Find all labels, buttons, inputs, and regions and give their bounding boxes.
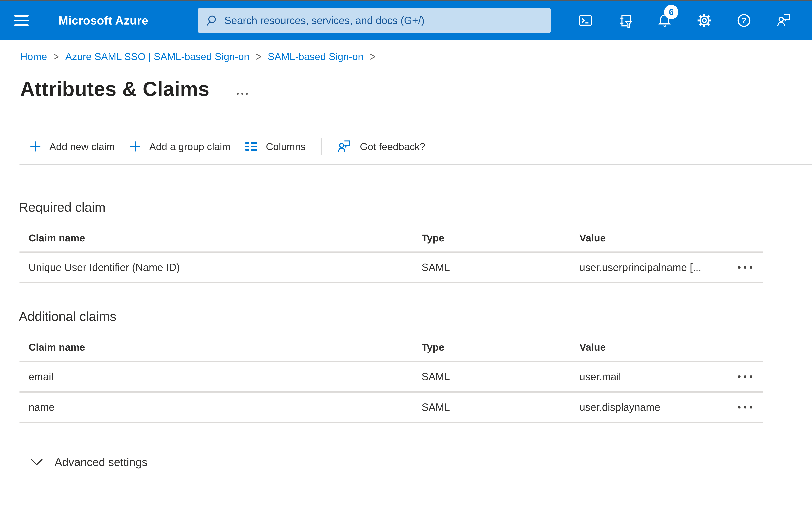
column-header-claim-name: Claim name	[29, 232, 422, 244]
table-header-row: Claim name Type Value	[20, 224, 763, 253]
window-top-edge	[0, 0, 812, 1]
row-menu-button[interactable]	[727, 362, 763, 391]
breadcrumb-link-home[interactable]: Home	[20, 51, 47, 62]
add-new-claim-label: Add new claim	[49, 141, 115, 152]
table-row[interactable]: name SAML user.displayname	[20, 393, 763, 423]
columns-icon	[245, 142, 257, 151]
breadcrumb: Home > Azure SAML SSO | SAML-based Sign-…	[20, 51, 812, 62]
settings-button[interactable]	[697, 13, 712, 28]
notifications-button[interactable]: 6	[657, 13, 672, 28]
feedback-icon	[337, 139, 351, 154]
additional-claims-heading: Additional claims	[19, 309, 812, 324]
table-header-row: Claim name Type Value	[20, 333, 763, 362]
row-menu-button[interactable]	[727, 253, 763, 282]
claim-value-cell: user.displayname	[579, 401, 727, 413]
column-header-value: Value	[579, 232, 727, 244]
row-menu-button[interactable]	[727, 393, 763, 422]
page-header: Attributes & Claims	[20, 76, 812, 101]
required-claim-table: Claim name Type Value Unique User Identi…	[20, 224, 763, 283]
column-header-value: Value	[579, 341, 727, 353]
add-group-claim-label: Add a group claim	[149, 141, 230, 152]
command-bar: Add new claim Add a group claim Columns	[30, 138, 812, 155]
toolbar-separator	[321, 138, 322, 155]
chevron-down-icon	[31, 459, 43, 466]
claim-name-cell: Unique User Identifier (Name ID)	[29, 262, 422, 273]
settings-gear-icon	[697, 13, 712, 28]
claim-type-cell: SAML	[422, 371, 579, 383]
got-feedback-button[interactable]: Got feedback?	[337, 139, 425, 154]
column-header-type: Type	[422, 341, 579, 353]
got-feedback-label: Got feedback?	[360, 141, 425, 152]
additional-claims-table: Claim name Type Value email SAML user.ma…	[20, 333, 763, 423]
columns-button[interactable]: Columns	[245, 141, 306, 152]
required-claim-heading: Required claim	[19, 199, 812, 215]
claim-value-cell: user.userprincipalname [...	[579, 262, 727, 273]
advanced-settings-label: Advanced settings	[55, 456, 147, 469]
breadcrumb-link-app[interactable]: Azure SAML SSO | SAML-based Sign-on	[65, 51, 250, 62]
add-new-claim-button[interactable]: Add new claim	[30, 141, 115, 152]
breadcrumb-separator: >	[370, 50, 375, 63]
feedback-button[interactable]	[776, 13, 791, 28]
page-context-menu-button[interactable]	[235, 91, 249, 96]
column-header-type: Type	[422, 232, 579, 244]
svg-text:?: ?	[742, 16, 747, 25]
cloud-shell-icon	[578, 13, 593, 28]
cloud-shell-button[interactable]	[578, 13, 593, 28]
table-row[interactable]: email SAML user.mail	[20, 362, 763, 393]
columns-label: Columns	[266, 141, 306, 152]
claim-type-cell: SAML	[422, 262, 579, 273]
help-button[interactable]: ?	[736, 13, 752, 28]
plus-icon	[130, 141, 141, 152]
notification-badge[interactable]: 6	[664, 5, 678, 19]
breadcrumb-separator: >	[53, 50, 59, 63]
azure-top-bar: Microsoft Azure	[0, 1, 812, 40]
column-header-claim-name: Claim name	[29, 341, 422, 353]
topbar-icon-group: 6	[578, 13, 791, 28]
breadcrumb-separator: >	[256, 50, 261, 63]
help-icon: ?	[736, 13, 752, 28]
add-group-claim-button[interactable]: Add a group claim	[130, 141, 230, 152]
plus-icon	[30, 141, 41, 152]
advanced-settings-toggle[interactable]: Advanced settings	[31, 456, 147, 469]
hamburger-menu-button[interactable]	[14, 15, 29, 26]
feedback-icon	[776, 13, 791, 28]
breadcrumb-link-saml-signon[interactable]: SAML-based Sign-on	[268, 51, 364, 62]
search-icon	[205, 14, 218, 27]
directory-filter-button[interactable]	[617, 13, 633, 28]
global-search-box[interactable]	[198, 8, 551, 33]
directory-filter-icon	[617, 13, 633, 28]
table-row[interactable]: Unique User Identifier (Name ID) SAML us…	[20, 253, 763, 283]
claim-value-cell: user.mail	[579, 371, 727, 383]
page-title: Attributes & Claims	[20, 77, 209, 101]
claim-type-cell: SAML	[422, 401, 579, 413]
azure-portal-window: Microsoft Azure	[0, 0, 812, 514]
search-input[interactable]	[224, 15, 543, 27]
command-bar-divider	[20, 164, 812, 165]
claim-name-cell: email	[29, 371, 422, 383]
product-title[interactable]: Microsoft Azure	[58, 14, 148, 27]
claim-name-cell: name	[29, 401, 422, 413]
